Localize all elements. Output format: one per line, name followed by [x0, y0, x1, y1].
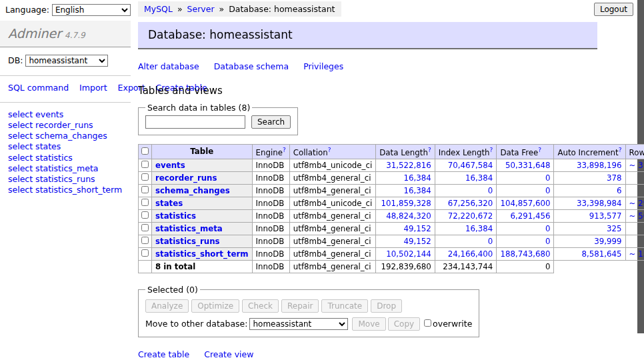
search-input[interactable] — [145, 115, 245, 129]
data-length-link[interactable]: 10,502,144 — [386, 249, 431, 259]
data-length-link[interactable]: 48,824,320 — [386, 211, 431, 221]
sidebar-table-link-select-statistics-meta[interactable]: select statistics_meta — [8, 163, 123, 174]
drop-button[interactable]: Drop — [371, 299, 402, 313]
table-link-events[interactable]: events — [155, 161, 185, 170]
link-create-view[interactable]: Create view — [204, 349, 253, 359]
auto-increment-help-link[interactable]: ? — [619, 147, 622, 153]
row-checkbox-schema-changes[interactable] — [141, 186, 149, 193]
rows-count-link[interactable]: ~ 312,180 — [629, 161, 644, 170]
row-checkbox-statistics-meta[interactable] — [141, 224, 149, 231]
rows-count-link[interactable]: ~ 299,833 — [629, 199, 644, 208]
table-link-schema-changes[interactable]: schema_changes — [155, 186, 230, 195]
index-length-link[interactable]: 16,384 — [465, 224, 493, 233]
index-length-link[interactable]: 67,256,320 — [448, 199, 493, 208]
logout-button[interactable]: Logout — [594, 3, 633, 16]
sidebar-table-link-select-events[interactable]: select events — [8, 109, 123, 120]
column-header-collation: Collation? — [289, 145, 376, 159]
auto-increment-link[interactable]: 8,581,645 — [581, 249, 621, 259]
table-link-statistics-short-term[interactable]: statistics_short_term — [155, 249, 249, 259]
table-row: schema_changesInnoDButf8mb4_general_ci16… — [139, 184, 644, 197]
data-free-link[interactable]: 50,331,648 — [505, 161, 551, 170]
row-checkbox-statistics-runs[interactable] — [141, 237, 149, 244]
data-free-link[interactable]: 0 — [545, 173, 551, 183]
db-link-database-schema[interactable]: Database schema — [214, 61, 289, 71]
sidebar-link-import[interactable]: Import — [79, 83, 107, 93]
data-length-help-link[interactable]: ? — [428, 147, 431, 153]
cell-data-length: 16,384 — [376, 184, 435, 197]
sidebar-table-link-select-statistics-runs[interactable]: select statistics_runs — [8, 174, 123, 185]
data-length-link[interactable]: 31,522,816 — [386, 161, 431, 170]
sidebar-table-link-select-statistics-short-term[interactable]: select statistics_short_term — [8, 185, 123, 195]
truncate-button[interactable]: Truncate — [321, 299, 368, 313]
copy-button[interactable]: Copy — [388, 317, 420, 331]
auto-increment-link[interactable]: 33,398,984 — [577, 199, 622, 208]
select-all-checkbox[interactable] — [141, 147, 149, 155]
row-checkbox-states[interactable] — [141, 199, 149, 206]
totals-data-free-cell: 0 — [497, 260, 554, 273]
auto-increment-link[interactable]: 325 — [607, 224, 622, 233]
data-length-link[interactable]: 16,384 — [403, 173, 431, 183]
index-length-link[interactable]: 0 — [488, 186, 493, 195]
cell-data-free: 0 — [497, 235, 554, 247]
sidebar-table-link-select-states[interactable]: select states — [8, 141, 123, 152]
sidebar-table-link-select-recorder-runs[interactable]: select recorder_runs — [8, 120, 123, 131]
collation-help-link[interactable]: ? — [328, 147, 331, 153]
data-length-link[interactable]: 16,384 — [403, 186, 431, 195]
index-length-link[interactable]: 72,220,672 — [448, 211, 493, 221]
data-length-link[interactable]: 49,152 — [403, 237, 431, 246]
search-button[interactable]: Search — [251, 115, 291, 129]
link-create-table[interactable]: Create table — [138, 349, 189, 359]
table-link-statistics-meta[interactable]: statistics_meta — [155, 224, 223, 233]
table-link-statistics-runs[interactable]: statistics_runs — [155, 237, 220, 246]
breadcrumb-server-link[interactable]: Server — [187, 4, 215, 14]
analyze-button[interactable]: Analyze — [145, 299, 189, 313]
data-free-link[interactable]: 188,743,680 — [500, 249, 550, 259]
table-link-states[interactable]: states — [155, 199, 183, 208]
table-link-recorder-runs[interactable]: recorder_runs — [155, 173, 217, 183]
repair-button[interactable]: Repair — [281, 299, 319, 313]
cell-data-free: 6,291,456 — [497, 209, 554, 222]
sidebar-table-links: select eventsselect recorder_runsselect … — [0, 103, 131, 203]
page-title: Database: homeassistant — [138, 22, 597, 49]
overwrite-checkbox[interactable] — [424, 319, 431, 327]
row-checkbox-statistics-short-term[interactable] — [141, 249, 149, 257]
auto-increment-link[interactable]: 33,898,196 — [577, 161, 622, 170]
data-free-help-link[interactable]: ? — [538, 147, 541, 153]
language-select[interactable]: English — [52, 4, 131, 16]
row-checkbox-recorder-runs[interactable] — [141, 173, 149, 181]
sidebar-table-link-select-schema-changes[interactable]: select schema_changes — [8, 131, 123, 141]
move-button[interactable]: Move — [352, 317, 385, 331]
sidebar-table-link-select-statistics[interactable]: select statistics — [8, 153, 123, 163]
auto-increment-link[interactable]: 6 — [617, 186, 622, 195]
db-link-privileges[interactable]: Privileges — [303, 61, 343, 71]
index-length-link[interactable]: 16,384 — [465, 173, 493, 183]
auto-increment-link[interactable]: 39,999 — [594, 237, 621, 246]
db-select[interactable]: homeassistant — [25, 55, 108, 67]
db-link-alter-database[interactable]: Alter database — [138, 61, 199, 71]
index-length-help-link[interactable]: ? — [490, 147, 493, 153]
data-free-link[interactable]: 6,291,456 — [510, 211, 550, 221]
data-free-link[interactable]: 104,857,600 — [500, 199, 550, 208]
row-checkbox-statistics[interactable] — [141, 211, 149, 219]
auto-increment-link[interactable]: 913,577 — [589, 211, 622, 221]
index-length-link[interactable]: 70,467,584 — [448, 161, 493, 170]
rows-count-link[interactable]: ~ 569,159 — [629, 211, 644, 221]
check-button[interactable]: Check — [242, 299, 279, 313]
optimize-button[interactable]: Optimize — [191, 299, 239, 313]
cell-data-free: 104,857,600 — [497, 197, 554, 209]
breadcrumb-mysql-link[interactable]: MySQL — [144, 4, 173, 14]
index-length-link[interactable]: 24,166,400 — [448, 249, 493, 259]
engine-help-link[interactable]: ? — [283, 147, 286, 153]
data-free-link[interactable]: 0 — [545, 237, 551, 246]
data-free-link[interactable]: 0 — [545, 186, 551, 195]
table-link-statistics[interactable]: statistics — [155, 211, 196, 221]
data-free-link[interactable]: 0 — [545, 224, 551, 233]
row-checkbox-events[interactable] — [141, 161, 149, 168]
rows-count-link[interactable]: ~ 136,108 — [629, 249, 644, 259]
data-length-link[interactable]: 101,859,328 — [381, 199, 431, 208]
index-length-link[interactable]: 0 — [488, 237, 493, 246]
move-db-select[interactable]: homeassistant — [249, 318, 348, 330]
data-length-link[interactable]: 49,152 — [403, 224, 431, 233]
auto-increment-link[interactable]: 378 — [607, 173, 622, 183]
sidebar-link-sql-command[interactable]: SQL command — [8, 83, 69, 93]
